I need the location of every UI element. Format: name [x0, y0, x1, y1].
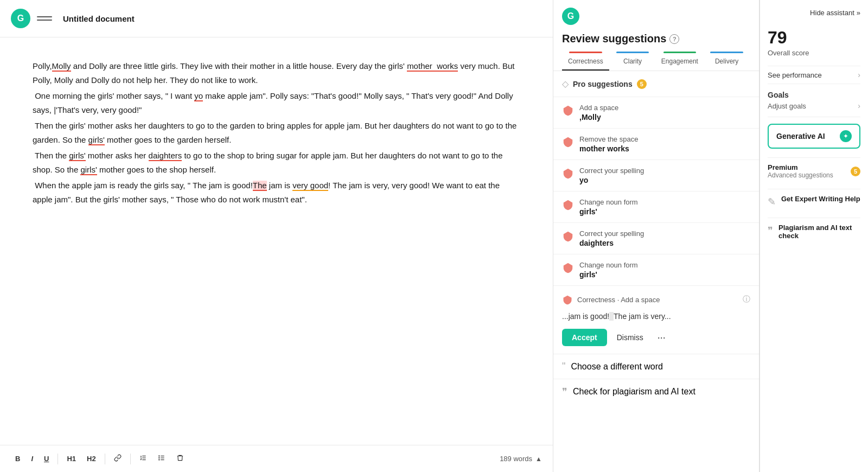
shield-icon-4 — [562, 199, 574, 211]
score-section: 79 Overall score — [768, 28, 860, 57]
editor-header: G Untitled document — [0, 0, 553, 37]
shield-icon-3 — [562, 168, 574, 180]
expanded-info-icon[interactable]: ⓘ — [743, 295, 750, 304]
h1-button[interactable]: H1 — [62, 451, 80, 466]
expanded-title: Correctness · Add a space — [577, 296, 738, 304]
premium-sub: Advanced suggestions — [768, 171, 833, 179]
toolbar-sep-2 — [105, 454, 105, 464]
expanded-header: Correctness · Add a space ⓘ — [562, 294, 750, 305]
plagiarism-item[interactable]: ❞ Check for plagiarism and AI text — [553, 379, 759, 404]
italic-button[interactable]: I — [27, 451, 37, 466]
right-sidebar: Hide assistant » 79 Overall score See pe… — [760, 0, 868, 472]
see-performance-link[interactable]: See performance › — [768, 66, 860, 84]
diamond-icon: ◇ — [562, 79, 569, 89]
h2-button[interactable]: H2 — [82, 451, 100, 466]
category-tabs: Correctness Clarity Engagement Delivery — [562, 52, 750, 71]
toolbar-sep-1 — [58, 454, 58, 464]
overall-score-number: 79 — [768, 28, 860, 48]
shield-icon-1 — [562, 105, 574, 117]
bold-button[interactable]: B — [11, 451, 24, 466]
more-options-button[interactable]: ··· — [653, 330, 670, 346]
menu-icon[interactable] — [37, 11, 52, 26]
paragraph-2: One morning the girls' mother says, " I … — [33, 89, 520, 117]
chevron-right-icon: » — [857, 9, 860, 17]
expert-icon: ✎ — [768, 196, 776, 208]
suggestion-text-6: Change noun form girls' — [579, 261, 638, 279]
very-good-highlight: very good — [292, 181, 328, 191]
goals-title: Goals — [768, 91, 860, 99]
chevron-right-goals: › — [858, 101, 860, 110]
premium-section: Premium Advanced suggestions 5 — [768, 157, 860, 184]
word-count: 189 words — [500, 455, 532, 463]
girls2-highlight: girls' — [69, 151, 85, 161]
tab-clarity[interactable]: Clarity — [609, 52, 656, 71]
suggestion-add-space[interactable]: Add a space ,Molly — [553, 97, 759, 129]
svg-point-6 — [158, 456, 159, 456]
suggestion-noun-girls1[interactable]: Change noun form girls' — [553, 192, 759, 223]
paragraph-3: Then the girls' mother asks her daughter… — [33, 119, 520, 146]
shield-icon-6 — [562, 262, 574, 274]
generative-ai-button[interactable]: Generative AI ✦ — [768, 124, 860, 149]
plagiarism-label: Check for plagiarism and AI text — [573, 387, 695, 397]
dismiss-button[interactable]: Dismiss — [611, 329, 649, 346]
doc-title: Untitled document — [63, 14, 135, 23]
editor-area: G Untitled document Polly,Molly and Doll… — [0, 0, 553, 472]
adjust-goals-link[interactable]: Adjust goals › — [768, 101, 860, 110]
tab-engagement[interactable]: Engagement — [656, 52, 704, 71]
svg-point-8 — [158, 460, 159, 460]
suggestion-spelling-daighters[interactable]: Correct your spelling daighters — [553, 223, 759, 254]
paragraph-1: Polly,Molly and Dolly are three little g… — [33, 59, 520, 87]
pro-suggestions-header: ◇ Pro suggestions 5 — [553, 71, 759, 97]
word-count-arrow: ▲ — [535, 455, 542, 463]
tab-correctness[interactable]: Correctness — [562, 52, 609, 71]
premium-badge: 5 — [851, 167, 860, 176]
review-title: Review suggestions ? — [562, 33, 750, 45]
yo-highlight: yo — [194, 91, 203, 101]
suggestions-panel: G Review suggestions ? Correctness Clari… — [553, 0, 760, 472]
pro-label: Pro suggestions — [573, 80, 633, 88]
goals-section: Goals Adjust goals › — [768, 84, 860, 117]
gen-ai-icon: ✦ — [840, 130, 852, 142]
editor-content[interactable]: Polly,Molly and Dolly are three little g… — [0, 37, 553, 445]
panel-top-bar: G — [562, 8, 750, 25]
suggestion-spelling-yo[interactable]: Correct your spelling yo — [553, 160, 759, 192]
help-icon[interactable]: ? — [669, 34, 679, 44]
underline-button[interactable]: U — [40, 451, 53, 466]
shield-icon-exp — [562, 295, 573, 305]
premium-label: Premium — [768, 163, 833, 171]
shield-icon-5 — [562, 231, 574, 243]
generative-ai-label: Generative AI — [776, 132, 825, 141]
shield-icon-2 — [562, 136, 574, 148]
choose-word-item[interactable]: " Choose a different word — [553, 354, 759, 379]
plagiarism-icon: ❞ — [562, 386, 567, 398]
expanded-context: ...jam is good! The jam is very... — [562, 311, 750, 322]
suggestion-noun-girls2[interactable]: Change noun form girls' — [553, 254, 759, 286]
link-button[interactable] — [110, 451, 126, 467]
hide-assistant-button[interactable]: Hide assistant » — [810, 9, 860, 17]
plagiarism-sidebar-section[interactable]: ❞ Plagiarism and AI text check — [768, 218, 860, 245]
expert-label: Get Expert Writing Help — [781, 195, 860, 203]
expert-text: Get Expert Writing Help — [781, 195, 860, 203]
toolbar-sep-3 — [130, 454, 131, 464]
overall-score-label: Overall score — [768, 49, 860, 57]
expert-writing-section[interactable]: ✎ Get Expert Writing Help — [768, 189, 860, 213]
girls3-highlight: girls' — [80, 165, 97, 175]
panel-header: G Review suggestions ? Correctness Clari… — [553, 0, 759, 71]
accept-button[interactable]: Accept — [562, 329, 607, 346]
ordered-list-button[interactable] — [135, 451, 151, 467]
quote-icon: " — [562, 361, 565, 372]
girls1-highlight: girls' — [88, 135, 105, 145]
suggestion-remove-space[interactable]: Remove the space mother works — [553, 129, 759, 160]
premium-text: Premium Advanced suggestions — [768, 163, 833, 179]
suggestion-expanded: Correctness · Add a space ⓘ ...jam is go… — [553, 286, 759, 354]
unordered-list-button[interactable] — [154, 451, 170, 467]
cursor-mark — [609, 312, 614, 321]
tab-delivery[interactable]: Delivery — [703, 52, 750, 71]
paragraph-5: When the apple jam is ready the girls sa… — [33, 178, 520, 206]
pro-badge: 5 — [637, 79, 647, 89]
clear-button[interactable] — [172, 451, 188, 467]
svg-point-7 — [158, 457, 159, 458]
suggestion-text-2: Remove the space mother works — [579, 135, 638, 153]
editor-toolbar: B I U H1 H2 189 words ▲ — [0, 445, 553, 472]
paragraph-4: Then the girls' mother asks her daighter… — [33, 149, 520, 176]
